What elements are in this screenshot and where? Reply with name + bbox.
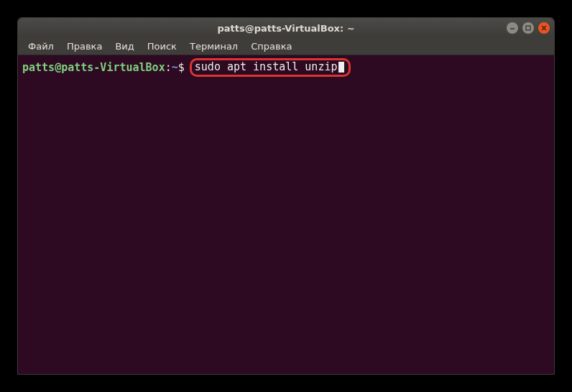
close-button[interactable] [538,22,550,34]
prompt-userhost: patts@patts-VirtualBox [22,61,165,74]
command-highlight: sudo apt install unzip [190,58,351,77]
menu-terminal[interactable]: Терминал [184,39,244,53]
menu-edit[interactable]: Правка [61,39,108,53]
svg-rect-1 [526,26,530,30]
menu-help[interactable]: Справка [245,39,297,53]
menubar: Файл Правка Вид Поиск Терминал Справка [18,38,554,55]
terminal-body[interactable]: patts@patts-VirtualBox:~$ sudo apt insta… [18,55,554,374]
window-title: patts@patts-VirtualBox: ~ [217,23,354,34]
command-text: sudo apt install unzip [195,60,338,73]
maximize-button[interactable] [522,22,534,34]
prompt-line: patts@patts-VirtualBox:~$ sudo apt insta… [22,58,550,77]
prompt-colon: : [165,61,172,74]
prompt-path: ~ [172,61,178,74]
menu-view[interactable]: Вид [109,39,139,53]
cursor [338,62,344,73]
menu-search[interactable]: Поиск [142,39,183,53]
window-controls [507,22,550,34]
minimize-button[interactable] [507,22,518,34]
titlebar: patts@patts-VirtualBox: ~ [18,18,554,38]
menu-file[interactable]: Файл [22,39,60,53]
terminal-window: patts@patts-VirtualBox: ~ Файл Правка Ви… [17,17,555,375]
prompt-dollar: $ [178,61,185,74]
